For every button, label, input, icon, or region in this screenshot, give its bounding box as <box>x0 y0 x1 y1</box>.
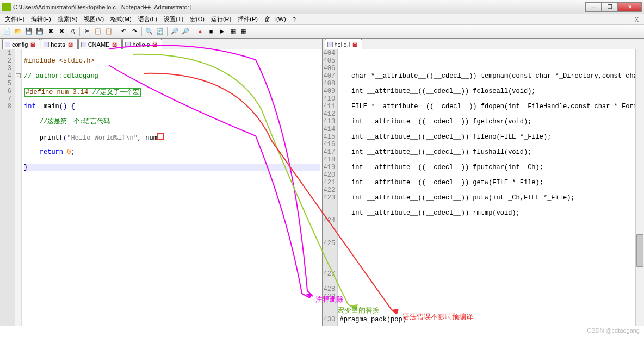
menu-close-x[interactable]: X <box>631 16 642 23</box>
replace-icon[interactable]: 🔄 <box>155 27 165 36</box>
app-icon <box>2 3 11 11</box>
stop-macro-icon[interactable]: ■ <box>206 27 216 36</box>
menu-macro[interactable]: 宏(O) <box>187 15 207 24</box>
window-controls: ─ ❐ ✕ <box>585 2 642 12</box>
open-file-icon[interactable]: 📂 <box>13 27 23 36</box>
right-pane: hello.i⊠ 4044054064074084094104114124134… <box>323 39 645 326</box>
close-button[interactable]: ✕ <box>618 2 642 12</box>
menu-settings[interactable]: 设置(T) <box>161 15 186 24</box>
tab-cname[interactable]: CNAME⊠ <box>78 39 122 49</box>
tab-hosts[interactable]: hosts⊠ <box>41 39 77 49</box>
redo-icon[interactable]: ↷ <box>129 27 139 36</box>
toolbar-icon[interactable]: ▦ <box>228 27 238 36</box>
new-file-icon[interactable]: 📄 <box>2 27 12 36</box>
right-tab-strip: hello.i⊠ <box>323 39 645 49</box>
left-pane: config⊠ hosts⊠ CNAME⊠ hello.c⊠ 1234 5678… <box>0 39 323 326</box>
right-scrollbar[interactable] <box>635 49 644 326</box>
left-code[interactable]: #include <stdio.h> // author:cdtaogang #… <box>22 49 322 326</box>
menu-help[interactable]: ? <box>290 16 299 23</box>
tab-hello-c[interactable]: hello.c⊠ <box>122 39 162 49</box>
minimize-button[interactable]: ─ <box>585 2 602 12</box>
menu-run[interactable]: 运行(R) <box>208 15 234 24</box>
fold-column[interactable]: - <box>15 49 22 326</box>
close-file-icon[interactable]: ✖ <box>46 27 55 36</box>
left-gutter: 1234 5678 <box>0 49 15 326</box>
right-code[interactable]: char *__attribute__((__cdecl__)) tempnam… <box>338 49 645 326</box>
tab-config[interactable]: config⊠ <box>2 39 40 49</box>
zoom-out-icon[interactable]: 🔎 <box>181 27 190 36</box>
left-tab-strip: config⊠ hosts⊠ CNAME⊠ hello.c⊠ <box>0 39 322 49</box>
close-all-icon[interactable]: ✖ <box>57 27 66 36</box>
maximize-button[interactable]: ❐ <box>602 2 618 12</box>
record-macro-icon[interactable]: ● <box>195 27 205 36</box>
tab-hello-i[interactable]: hello.i⊠ <box>325 39 363 49</box>
save-all-icon[interactable]: 💾 <box>35 27 45 36</box>
menu-bar: 文件(F) 编辑(E) 搜索(S) 视图(V) 格式(M) 语言(L) 设置(T… <box>0 14 644 25</box>
menu-edit[interactable]: 编辑(E) <box>28 15 54 24</box>
find-icon[interactable]: 🔍 <box>144 27 154 36</box>
left-editor[interactable]: 1234 5678 - #include <stdio.h> // author… <box>0 49 322 326</box>
menu-file[interactable]: 文件(F) <box>2 15 27 24</box>
scrollbar-thumb[interactable] <box>636 234 643 267</box>
copy-icon[interactable]: 📋 <box>93 27 103 36</box>
menu-window[interactable]: 窗口(W) <box>262 15 289 24</box>
save-icon[interactable]: 💾 <box>24 27 34 36</box>
menu-view[interactable]: 视图(V) <box>81 15 107 24</box>
toolbar: 📄 📂 💾 💾 ✖ ✖ 🖨 ✂ 📋 📋 ↶ ↷ 🔍 🔄 🔎 🔎 ● ■ ▶ ▦ … <box>0 25 644 38</box>
zoom-in-icon[interactable]: 🔎 <box>170 27 179 36</box>
watermark: CSDN @cdtaogang <box>587 327 640 334</box>
cut-icon[interactable]: ✂ <box>82 27 92 36</box>
window-titlebar: C:\Users\Administrator\Desktop\hello.c -… <box>0 0 644 14</box>
split-pane: config⊠ hosts⊠ CNAME⊠ hello.c⊠ 1234 5678… <box>0 38 644 326</box>
toolbar-icon[interactable]: ▦ <box>239 27 249 36</box>
menu-plugins[interactable]: 插件(P) <box>235 15 261 24</box>
menu-search[interactable]: 搜索(S) <box>55 15 81 24</box>
menu-format[interactable]: 格式(M) <box>108 15 134 24</box>
undo-icon[interactable]: ↶ <box>119 27 128 36</box>
paste-icon[interactable]: 📋 <box>104 27 114 36</box>
window-title: C:\Users\Administrator\Desktop\hello.c -… <box>13 4 585 10</box>
right-gutter: 4044054064074084094104114124134144154164… <box>323 49 338 326</box>
menu-language[interactable]: 语言(L) <box>135 15 160 24</box>
right-editor[interactable]: 4044054064074084094104114124134144154164… <box>323 49 645 326</box>
play-macro-icon[interactable]: ▶ <box>217 27 227 36</box>
print-icon[interactable]: 🖨 <box>67 27 77 36</box>
